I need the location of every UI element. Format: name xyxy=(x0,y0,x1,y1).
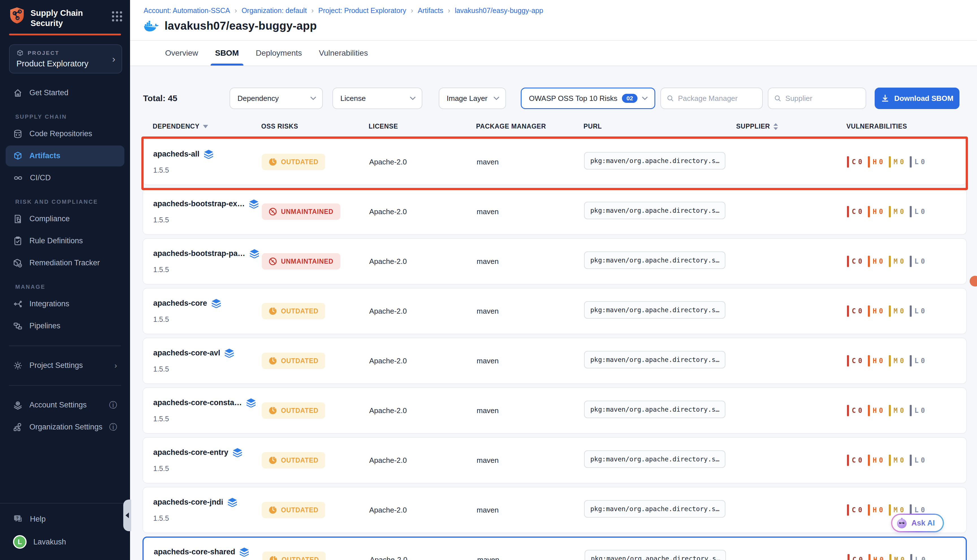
header-dependency[interactable]: DEPENDENCY xyxy=(153,123,261,130)
sidebar-item-organization-settings[interactable]: Organization Settings ⓘ xyxy=(6,417,124,438)
supplier-search-input[interactable] xyxy=(785,94,860,103)
sidebar-item-compliance[interactable]: Compliance xyxy=(6,208,124,230)
breadcrumb-artifact-name[interactable]: lavakush07/easy-buggy-app xyxy=(455,7,543,15)
package-manager-value: maven xyxy=(477,357,584,365)
sidebar-item-artifacts[interactable]: Artifacts xyxy=(6,145,124,167)
severity-bar xyxy=(868,405,870,416)
severity-bar xyxy=(868,305,870,317)
purl-chip[interactable]: pkg:maven/org.apache.directory.s… xyxy=(584,500,725,518)
purl-chip[interactable]: pkg:maven/org.apache.directory.s… xyxy=(584,202,725,219)
low-count: L0 xyxy=(910,554,925,560)
breadcrumb-account[interactable]: Account: Automation-SSCA xyxy=(144,7,230,15)
tab-overview[interactable]: Overview xyxy=(165,41,198,65)
package-manager-value: maven xyxy=(477,207,584,216)
table-row[interactable]: apacheds-core-entry 1.5.5 OUTDATED Apach… xyxy=(142,437,967,483)
severity-bar xyxy=(889,455,891,466)
account-settings-icon xyxy=(13,400,23,410)
dependency-name: apacheds-bootstrap-pa… xyxy=(153,249,246,258)
table-row[interactable]: apacheds-bootstrap-ex… 1.5.5 UNMAINTAINE… xyxy=(142,188,967,235)
breadcrumb-project[interactable]: Project: Product Exploratory xyxy=(318,7,406,15)
breadcrumb-separator: › xyxy=(311,6,314,15)
sidebar-item-account-settings[interactable]: Account Settings ⓘ xyxy=(6,395,124,416)
purl-chip[interactable]: pkg:maven/org.apache.directory.s… xyxy=(584,152,725,170)
sidebar-item-pipelines[interactable]: Pipelines xyxy=(6,316,124,337)
chevron-right-icon: › xyxy=(112,53,115,64)
sidebar-divider xyxy=(9,345,121,346)
oss-risk-badge: OUTDATED xyxy=(262,353,325,369)
sidebar-item-project-settings[interactable]: Project Settings › xyxy=(6,355,124,376)
user-menu[interactable]: L Lavakush xyxy=(6,530,124,554)
layers-icon xyxy=(212,299,221,308)
breadcrumb-artifacts[interactable]: Artifacts xyxy=(418,7,443,15)
header-supplier[interactable]: SUPPLIER xyxy=(725,123,847,130)
dependency-filter-dropdown[interactable]: Dependency xyxy=(230,88,323,109)
user-name: Lavakush xyxy=(33,538,66,547)
severity-bar xyxy=(910,405,912,416)
layers-icon xyxy=(204,150,213,159)
sidebar-footer: ? Help L Lavakush xyxy=(0,503,130,560)
package-manager-search-input[interactable] xyxy=(678,94,757,103)
tab-vulnerabilities[interactable]: Vulnerabilities xyxy=(319,41,368,65)
table-row[interactable]: apacheds-all 1.5.5 OUTDATED Apache-2.0 m… xyxy=(142,139,967,185)
table-row[interactable]: apacheds-core-shared 1.5.5 OUTDATED Apac… xyxy=(142,537,967,560)
sidebar-item-remediation-tracker[interactable]: Remediation Tracker xyxy=(6,253,124,273)
package-manager-value: maven xyxy=(477,307,584,316)
severity-bar xyxy=(868,455,870,466)
project-name: Product Exploratory xyxy=(17,59,115,68)
header-purl: PURL xyxy=(583,123,725,130)
oss-risk-label: OUTDATED xyxy=(281,357,318,365)
purl-chip[interactable]: pkg:maven/org.apache.directory.s… xyxy=(585,550,726,560)
purl-chip[interactable]: pkg:maven/org.apache.directory.s… xyxy=(584,301,725,319)
purl-chip[interactable]: pkg:maven/org.apache.directory.s… xyxy=(584,450,725,468)
clock-icon xyxy=(269,555,277,560)
table-row[interactable]: apacheds-core-jndi 1.5.5 OUTDATED Apache… xyxy=(142,487,967,533)
sidebar-item-cicd[interactable]: CI/CD xyxy=(6,168,124,188)
info-icon[interactable]: ⓘ xyxy=(109,400,117,410)
oss-risk-badge: OUTDATED xyxy=(262,303,325,319)
severity-bar xyxy=(889,405,891,416)
oss-risk-badge: UNMAINTAINED xyxy=(262,203,341,220)
table-row[interactable]: apacheds-bootstrap-pa… 1.5.5 UNMAINTAINE… xyxy=(142,238,967,285)
critical-count: C0 xyxy=(847,206,862,217)
dependency-name: apacheds-core-jndi xyxy=(153,498,223,507)
sidebar-item-integrations[interactable]: Integrations xyxy=(6,293,124,315)
sidebar-item-help[interactable]: ? Help xyxy=(6,508,124,530)
sidebar-collapse-handle[interactable] xyxy=(123,500,131,531)
project-selector[interactable]: PROJECT Product Exploratory › xyxy=(9,44,122,73)
license-filter-dropdown[interactable]: License xyxy=(332,88,423,109)
breadcrumb: Account: Automation-SSCA› Organization: … xyxy=(144,6,977,15)
header-license: LICENSE xyxy=(369,123,476,130)
app-switcher-icon[interactable] xyxy=(112,11,122,22)
severity-bar xyxy=(910,256,912,267)
image-layer-filter-dropdown[interactable]: Image Layer xyxy=(439,88,506,109)
purl-chip[interactable]: pkg:maven/org.apache.directory.s… xyxy=(584,351,725,368)
info-icon[interactable]: ⓘ xyxy=(109,422,117,433)
license-value: Apache-2.0 xyxy=(369,207,477,216)
sidebar-item-get-started[interactable]: Get Started xyxy=(6,83,124,103)
sidebar-item-rule-definitions[interactable]: Rule Definitions xyxy=(6,230,124,252)
total-value: 45 xyxy=(168,93,177,103)
severity-bar xyxy=(868,355,870,367)
sidebar-item-code-repositories[interactable]: Code Repositories xyxy=(6,123,124,144)
critical-count: C0 xyxy=(847,405,862,416)
table-row[interactable]: apacheds-core-avl 1.5.5 OUTDATED Apache-… xyxy=(142,338,967,384)
purl-chip[interactable]: pkg:maven/org.apache.directory.s… xyxy=(584,401,725,418)
critical-count: C0 xyxy=(847,156,862,168)
severity-bar xyxy=(847,156,849,168)
tab-sbom[interactable]: SBOM xyxy=(215,41,239,65)
sidebar-divider xyxy=(9,385,121,386)
tab-deployments[interactable]: Deployments xyxy=(256,41,302,65)
section-manage: MANAGE xyxy=(15,284,130,290)
breadcrumb-organization[interactable]: Organization: default xyxy=(241,7,307,15)
purl-chip[interactable]: pkg:maven/org.apache.directory.s… xyxy=(584,252,725,269)
medium-count: M0 xyxy=(889,405,904,416)
table-row[interactable]: apacheds-core 1.5.5 OUTDATED Apache-2.0 … xyxy=(142,288,967,334)
dependency-name: apacheds-core-entry xyxy=(153,448,229,457)
docker-icon xyxy=(144,20,159,32)
pipelines-icon xyxy=(13,321,23,331)
table-row[interactable]: apacheds-core-consta… 1.5.5 OUTDATED Apa… xyxy=(142,387,967,434)
ask-ai-button[interactable]: Ask AI xyxy=(891,514,944,532)
owasp-filter-dropdown[interactable]: OWASP OSS Top 10 Risks 02 xyxy=(521,88,655,109)
download-sbom-button[interactable]: Download SBOM xyxy=(875,88,959,109)
critical-count: C0 xyxy=(847,355,862,367)
